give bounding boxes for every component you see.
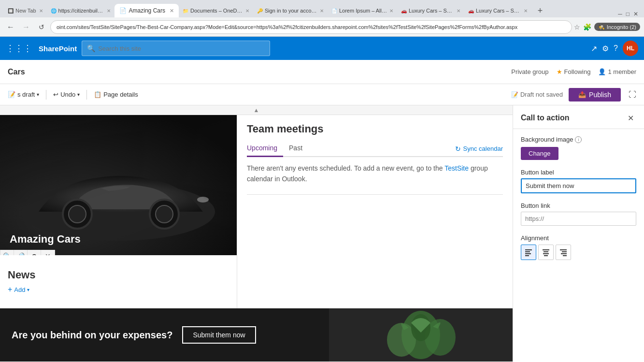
button-label-field: Button label [521,169,636,200]
bg-image-label: Background image i [521,136,636,143]
back-button[interactable]: ← [4,20,17,34]
align-right-button[interactable] [556,245,571,260]
waffle-icon[interactable]: ⋮⋮⋮ [6,43,32,54]
tab-3-close[interactable]: ✕ [170,8,174,14]
cta-content: Are you behind on your expenses? Submit … [12,326,256,344]
svg-rect-23 [563,255,567,256]
members-button[interactable]: 👤 1 member [598,68,636,75]
panel-body: Background image i Change Button label B… [513,129,644,267]
svg-rect-17 [544,251,548,252]
tab-4-label: Documents – OneDriv... [190,8,243,14]
tab-past[interactable]: Past [283,141,308,157]
tab-8[interactable]: 🚗 Luxury Cars – Sedans... ✕ [464,4,531,17]
align-center-button[interactable] [538,245,554,260]
tab-5-close[interactable]: ✕ [320,8,324,14]
toolbar: 📝 s draft ▾ ↩ Undo ▾ 📋 Page details 📝 Dr… [0,84,644,105]
page-wrapper: ▲ [0,105,644,362]
zoom-out-button[interactable]: 🔍 [0,250,14,255]
change-button[interactable]: Change [521,147,558,160]
no-events-text: There aren't any events scheduled. To ad… [247,163,503,185]
testsite-link[interactable]: TestSite [444,164,469,172]
tab-8-close[interactable]: ✕ [524,8,528,14]
close-window-button[interactable]: ✕ [633,11,638,17]
reload-button[interactable]: ↺ [35,20,48,34]
adjust-button[interactable]: ⊕ [28,250,41,255]
tab-1-label: New Tab [15,8,36,14]
tab-upcoming[interactable]: Upcoming [247,141,283,157]
tab-7-label: Luxury Cars – Sedans... [409,8,455,14]
tab-6[interactable]: 📄 Lorem Ipsum – All the... ✕ [328,4,397,17]
app-header: ⋮⋮⋮ SharePoint 🔍 ↗ ⚙ ? HL [0,37,644,60]
plant-illustration [329,308,513,362]
search-input[interactable] [98,45,265,52]
tab-7[interactable]: 🚗 Luxury Cars – Sedans... ✕ [397,4,464,17]
svg-rect-14 [525,253,531,254]
help-icon[interactable]: ? [614,44,618,53]
address-bar[interactable]: oint.com/sites/TestSite/SitePages/The-Be… [50,20,572,34]
news-section: News + Add ▾ [0,255,237,302]
page-details-button[interactable]: 📋 Page details [90,89,142,100]
info-icon: i [575,136,582,143]
following-button[interactable]: ★ Following [557,68,591,75]
minimize-button[interactable]: ─ [618,11,622,17]
maximize-button[interactable]: □ [626,11,630,17]
bookmark-icon[interactable]: ☆ [574,23,580,31]
undo-button[interactable]: ↩ Undo ▾ [49,89,84,100]
tab-7-close[interactable]: ✕ [457,8,460,14]
extensions-icon[interactable]: 🧩 [583,23,591,31]
page-details-label: Page details [103,91,138,98]
settings-icon[interactable]: ⚙ [602,44,609,53]
remove-image-button[interactable]: ✕ [41,250,55,255]
app-logo: SharePoint [39,44,77,53]
tab-4-favicon: 📁 [183,8,188,14]
button-label-input[interactable] [521,178,636,193]
align-center-icon [542,248,550,256]
draft-button[interactable]: 📝 s draft ▾ [4,89,43,100]
tab-4[interactable]: 📁 Documents – OneDriv... ✕ [179,4,253,17]
align-left-button[interactable] [521,245,536,260]
change-label: Change [529,150,551,157]
news-title: News [8,269,35,281]
search-bar[interactable]: 🔍 [82,41,270,56]
tab-5[interactable]: 🔑 Sign in to your accou... ✕ [253,4,328,17]
undo-label: Undo [60,91,75,98]
publish-label: Publish [589,91,611,99]
draft-status-icon: 📝 [511,91,518,98]
meetings-tabs: Upcoming Past ↻ Sync calendar [247,141,503,157]
incognito-label: Incognito (2) [607,24,636,30]
button-label-text: Button label [521,169,636,176]
tab-3-active[interactable]: 📄 Amazing Cars ✕ [114,4,179,17]
tab-2-close[interactable]: ✕ [107,8,111,14]
tab-2-label: https://citizenbuilde... [58,8,105,14]
sync-calendar-button[interactable]: ↻ Sync calendar [455,145,503,153]
publish-button[interactable]: 📤 Publish [569,88,621,101]
tab-6-label: Lorem Ipsum – All the... [339,8,387,14]
tab-upcoming-label: Upcoming [247,144,277,152]
add-button[interactable]: + Add ▾ [8,285,229,294]
panel-close-button[interactable]: ✕ [625,112,636,124]
avatar[interactable]: HL [623,41,638,56]
align-right-icon [559,248,567,256]
share-icon[interactable]: ↗ [591,44,597,53]
cta-text: Are you behind on your expenses? [12,330,172,341]
add-chevron-icon: ▾ [27,287,29,292]
fullscreen-button[interactable]: ⛶ [625,87,640,102]
button-link-input[interactable] [521,212,636,226]
tab-1-close[interactable]: ✕ [39,8,43,14]
undo-icon: ↩ [53,91,58,98]
tab-7-favicon: 🚗 [401,8,407,14]
site-header: Cars Private group ★ Following 👤 1 membe… [0,60,644,84]
tab-4-close[interactable]: ✕ [245,8,249,14]
tab-bar: 🔲 New Tab ✕ 🌐 https://citizenbuilde... ✕… [0,0,644,17]
forward-button[interactable]: → [19,20,33,34]
tab-6-close[interactable]: ✕ [389,8,393,14]
add-label: Add [14,286,25,293]
new-tab-button[interactable]: + [533,4,547,17]
cta-button[interactable]: Submit them now [182,326,256,344]
zoom-in-button[interactable]: 🔎 [14,250,28,255]
scroll-up-icon[interactable]: ▲ [254,107,259,114]
svg-rect-12 [525,249,532,250]
tab-2[interactable]: 🌐 https://citizenbuilde... ✕ [47,4,114,17]
tab-1[interactable]: 🔲 New Tab ✕ [4,4,47,17]
cta-banner: Are you behind on your expenses? Submit … [0,308,513,362]
